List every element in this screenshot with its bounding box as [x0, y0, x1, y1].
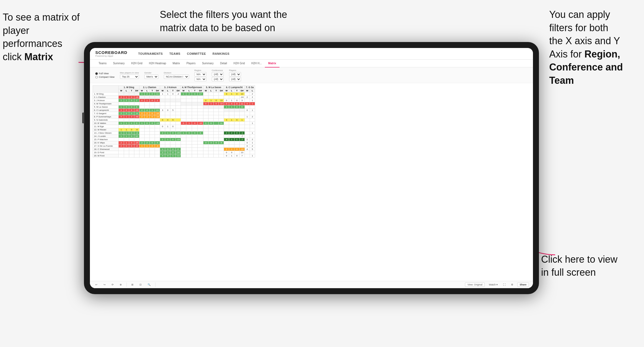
- toolbar-right: View: Original Watch ▾ ⛶ ⚙ Share: [465, 282, 529, 287]
- matrix-cell: [144, 138, 149, 141]
- matrix-cell: 0: [192, 131, 198, 135]
- tab-h2h-h[interactable]: H2H H...: [248, 60, 265, 68]
- matrix-cell: [203, 135, 209, 138]
- conference-select-x[interactable]: (All): [212, 72, 224, 76]
- matrix-cell: [250, 105, 255, 109]
- add-button[interactable]: ⊕: [118, 283, 123, 287]
- matrix-cell: [209, 125, 214, 128]
- tab-summary[interactable]: Summary: [110, 60, 128, 68]
- matrix-cell: [155, 151, 160, 154]
- matrix-cell: [239, 125, 245, 128]
- matrix-cell: 0: [170, 148, 175, 151]
- nav-rankings[interactable]: RANKINGS: [213, 52, 230, 55]
- matrix-cell: [203, 115, 209, 118]
- matrix-cell: -11: [175, 154, 181, 158]
- matrix-cell: [245, 118, 250, 122]
- redo-button[interactable]: ↪: [102, 283, 107, 287]
- matrix-cell: 0: [129, 112, 134, 115]
- tab-matrix[interactable]: Matrix: [265, 60, 279, 68]
- matrix-cell: 1: [250, 99, 255, 102]
- region-select-x[interactable]: N/A: [194, 72, 206, 76]
- tab-summary2[interactable]: Summary: [199, 60, 217, 68]
- matrix-cell: [124, 102, 129, 105]
- fullscreen-button[interactable]: ⛶: [502, 283, 507, 287]
- division-select[interactable]: NCAA Division I: [164, 75, 189, 79]
- matrix-cell: -1: [239, 131, 245, 135]
- matrix-cell: [175, 122, 181, 125]
- watch-button[interactable]: Watch ▾: [487, 283, 499, 287]
- tablet-screen: SCOREBOARD Powered by clippd TOURNAMENTS…: [90, 48, 533, 288]
- matrix-cell: 1: [250, 141, 255, 144]
- matrix-cell: [175, 109, 181, 112]
- full-view-option[interactable]: Full View: [95, 72, 115, 75]
- max-players-select[interactable]: Top 25: [120, 75, 139, 79]
- matrix-cell: [198, 115, 203, 118]
- nav-teams[interactable]: TEAMS: [169, 52, 180, 55]
- matrix-cell: [224, 128, 229, 131]
- refresh-button[interactable]: ⟳: [110, 283, 115, 287]
- matrix-cell: 1: [139, 122, 144, 125]
- matrix-cell: [245, 135, 250, 138]
- matrix-cell: [203, 128, 209, 131]
- gender-select[interactable]: Men's: [144, 75, 158, 79]
- matrix-cell: [144, 128, 149, 131]
- matrix-container[interactable]: 1. W Ding 2. L Clanton 3. J Koivun 4. M …: [90, 83, 533, 281]
- matrix-cell: [214, 105, 219, 109]
- tab-matrix-players[interactable]: Matrix: [169, 60, 183, 68]
- grid-button[interactable]: ⊞: [130, 283, 135, 287]
- nav-tournaments[interactable]: TOURNAMENTS: [138, 52, 163, 55]
- region-select-y[interactable]: N/A: [194, 77, 206, 81]
- matrix-cell: 1: [181, 92, 186, 96]
- tab-h2h-heatmap[interactable]: H2H Heatmap: [146, 60, 169, 68]
- tab-detail[interactable]: Detail: [217, 60, 230, 68]
- matrix-cell: [209, 151, 214, 154]
- matrix-cell: 4: [144, 109, 149, 112]
- matrix-cell: [175, 141, 181, 144]
- matrix-cell: [155, 154, 160, 158]
- matrix-cell: [250, 151, 255, 154]
- matrix-cell: 1: [250, 122, 255, 125]
- matrix-cell: [144, 135, 149, 138]
- players-select-y[interactable]: (All): [229, 77, 241, 81]
- matrix-cell: [144, 102, 149, 105]
- matrix-cell: [160, 135, 165, 138]
- split-button[interactable]: ⊡: [138, 283, 143, 287]
- matrix-cell: 8: [219, 141, 224, 144]
- tab-teams[interactable]: Teams: [95, 60, 110, 68]
- players-select-x[interactable]: (All): [229, 72, 241, 76]
- tab-h2h-grid2[interactable]: H2H Grid: [230, 60, 248, 68]
- matrix-cell: [181, 125, 186, 128]
- undo-button[interactable]: ↩: [94, 283, 99, 287]
- matrix-cell: 1: [129, 122, 134, 125]
- matrix-cell: [224, 122, 229, 125]
- matrix-cell: [155, 96, 160, 99]
- zoom-button[interactable]: 🔍: [146, 283, 152, 287]
- matrix-cell: [209, 128, 214, 131]
- settings-button[interactable]: ⚙: [510, 283, 515, 287]
- matrix-cell: [245, 128, 250, 131]
- player-row-name: 1. W Ding: [93, 92, 119, 96]
- matrix-cell: [239, 112, 245, 115]
- matrix-cell: -16: [155, 115, 160, 118]
- matrix-cell: [119, 125, 124, 128]
- matrix-cell: [209, 112, 214, 115]
- matrix-cell: 0: [245, 144, 250, 148]
- matrix-cell: -24: [239, 96, 245, 99]
- nav-committee[interactable]: COMMITTEE: [187, 52, 206, 55]
- matrix-cell: [186, 115, 192, 118]
- view-original-button[interactable]: View: Original: [465, 282, 485, 287]
- matrix-cell: 0: [150, 112, 155, 115]
- matrix-cell: [214, 115, 219, 118]
- matrix-cell: [175, 135, 181, 138]
- matrix-cell: -19: [175, 138, 181, 141]
- tab-players[interactable]: Players: [183, 60, 199, 68]
- matrix-cell: [203, 125, 209, 128]
- conference-select-y[interactable]: (All): [212, 77, 224, 81]
- matrix-cell: [124, 138, 129, 141]
- compact-view-option[interactable]: Compact View: [95, 76, 115, 78]
- share-button[interactable]: Share: [517, 282, 529, 287]
- tab-h2h-grid[interactable]: H2H Grid: [128, 60, 146, 68]
- matrix-cell: [245, 154, 250, 158]
- matrix-cell: [186, 141, 192, 144]
- matrix-cell: [175, 115, 181, 118]
